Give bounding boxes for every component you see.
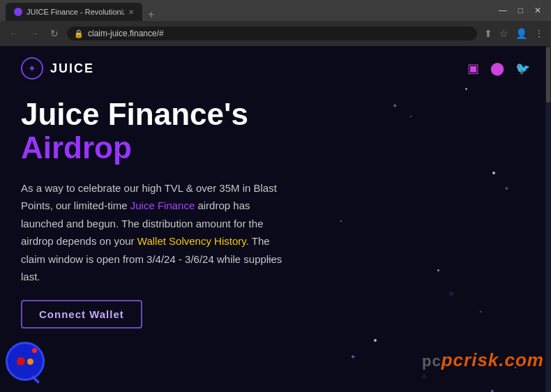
more-icon[interactable]: ⋮ xyxy=(533,27,545,40)
maximize-button[interactable]: □ xyxy=(514,4,527,17)
diamond-decoration: ◇ xyxy=(449,290,453,296)
lock-icon: 🔒 xyxy=(74,29,84,38)
address-bar[interactable]: 🔒 claim-juice.finance/# xyxy=(67,27,477,40)
close-button[interactable]: ✕ xyxy=(530,4,545,17)
profile-icon[interactable]: 👤 xyxy=(514,27,529,40)
star-decoration xyxy=(410,116,412,117)
magnifier-circle xyxy=(6,342,45,381)
star-decoration xyxy=(492,172,495,174)
dot-orange xyxy=(27,359,33,365)
monitor-icon[interactable]: ▣ xyxy=(467,61,479,76)
wallet-solvency-link[interactable]: Wallet Solvency History. xyxy=(137,235,249,247)
bookmark-icon[interactable]: ☆ xyxy=(498,27,510,40)
diamond-decoration: ◇ xyxy=(422,374,425,379)
back-button[interactable]: ← xyxy=(6,27,21,40)
logo-icon: ✦ xyxy=(21,57,43,80)
toolbar-icons: ⬆ ☆ 👤 ⋮ xyxy=(483,27,545,40)
star-decoration xyxy=(480,311,481,312)
diamond-decoration: ✦ xyxy=(350,353,356,361)
browser-chrome: JUICE Finance - Revolutionizing ... ✕ + … xyxy=(0,0,551,46)
tab-close-button[interactable]: ✕ xyxy=(128,8,134,16)
minimize-button[interactable]: — xyxy=(495,4,511,17)
reload-button[interactable]: ↻ xyxy=(47,27,61,40)
window-controls: — □ ✕ xyxy=(495,4,545,17)
connect-wallet-button[interactable]: Connect Wallet xyxy=(21,300,142,329)
site-nav: ✦ JUICE ▣ ⬤ 🐦 xyxy=(0,46,551,91)
body-paragraph: As a way to celebrate our high TVL & ove… xyxy=(21,179,286,286)
nav-icons: ▣ ⬤ 🐦 xyxy=(467,61,530,76)
pcrisk-watermark: pсpcrisk.com xyxy=(422,349,544,371)
star-decoration xyxy=(340,220,342,222)
new-tab-button[interactable]: + xyxy=(142,8,160,21)
twitter-icon[interactable]: 🐦 xyxy=(515,61,530,76)
tab-favicon xyxy=(14,8,22,16)
scrollbar[interactable] xyxy=(545,46,551,392)
magnifier-icon xyxy=(6,342,45,381)
scrollbar-thumb[interactable] xyxy=(546,47,550,103)
forward-button[interactable]: → xyxy=(27,27,42,40)
share-icon[interactable]: ⬆ xyxy=(483,27,494,40)
star-decoration xyxy=(437,269,439,271)
diamond-decoration: ✦ xyxy=(490,388,495,392)
address-bar-row: ← → ↻ 🔒 claim-juice.finance/# ⬆ ☆ 👤 ⋮ xyxy=(0,21,551,46)
title-bar: JUICE Finance - Revolutionizing ... ✕ + … xyxy=(0,0,551,21)
url-text: claim-juice.finance/# xyxy=(88,29,470,38)
juice-finance-link[interactable]: Juice Finance xyxy=(130,199,195,211)
star-decoration xyxy=(374,339,377,342)
dot-small-red xyxy=(32,348,37,353)
diamond-decoration: ✦ xyxy=(392,102,398,110)
diamond-decoration: ✦ xyxy=(504,186,509,192)
main-content: Juice Finance's Airdrop As a way to cele… xyxy=(0,91,551,342)
discord-icon[interactable]: ⬤ xyxy=(490,61,504,76)
headline-line2: Airdrop xyxy=(21,131,530,165)
tab-title: JUICE Finance - Revolutionizing ... xyxy=(27,8,124,16)
logo-area: ✦ JUICE xyxy=(21,57,94,80)
star-decoration xyxy=(465,88,467,90)
diamond-decoration: ✦ xyxy=(266,255,272,263)
headline-line1: Juice Finance's xyxy=(21,98,530,131)
browser-tab[interactable]: JUICE Finance - Revolutionizing ... ✕ xyxy=(6,3,142,21)
tab-area: JUICE Finance - Revolutionizing ... ✕ + xyxy=(6,0,160,21)
magnifier-dots xyxy=(17,357,33,365)
dot-red xyxy=(17,357,25,365)
website-content: ✦ ✦ ✦ ◇ ✦ ◇ ✦ ✦ JUICE ▣ ⬤ 🐦 Juice Financ… xyxy=(0,46,551,392)
logo-text: JUICE xyxy=(50,61,94,76)
